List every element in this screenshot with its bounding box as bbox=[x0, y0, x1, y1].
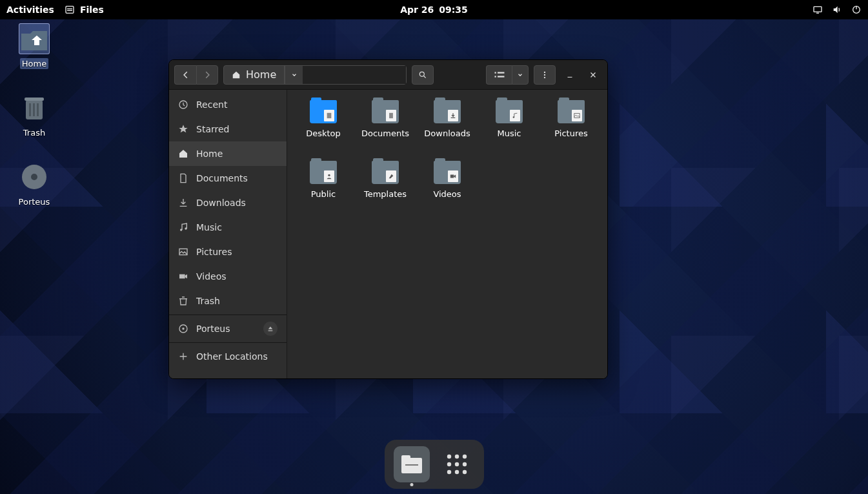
svg-rect-15 bbox=[494, 72, 496, 73]
svg-point-41 bbox=[462, 455, 466, 458]
folder-label: Videos bbox=[433, 189, 461, 199]
sidebar-item-recent[interactable]: Recent bbox=[169, 92, 287, 117]
sidebar-item-label: Recent bbox=[196, 99, 227, 110]
path-dropdown[interactable] bbox=[285, 66, 303, 84]
search-button[interactable] bbox=[412, 65, 434, 85]
svg-rect-31 bbox=[389, 113, 393, 118]
sidebar-item-music[interactable]: Music bbox=[169, 215, 287, 240]
svg-rect-2 bbox=[67, 10, 72, 11]
back-button[interactable] bbox=[174, 65, 196, 85]
svg-rect-18 bbox=[498, 76, 505, 77]
svg-rect-3 bbox=[814, 6, 822, 12]
folder-pictures[interactable]: Pictures bbox=[540, 99, 602, 158]
files-headerbar: Home bbox=[169, 60, 607, 90]
minimize-button[interactable] bbox=[561, 65, 579, 85]
folder-label: Music bbox=[498, 129, 521, 138]
menu-icon bbox=[540, 70, 549, 79]
music-icon bbox=[178, 222, 188, 232]
sidebar-item-other-locations[interactable]: Other Locations bbox=[169, 344, 287, 369]
search-icon bbox=[418, 70, 427, 79]
nav-buttons bbox=[174, 65, 218, 85]
location-entry[interactable] bbox=[303, 66, 406, 84]
sidebar-item-label: Downloads bbox=[196, 198, 246, 208]
sidebar-item-label: Porteus bbox=[196, 324, 230, 334]
sidebar-item-home[interactable]: Home bbox=[169, 141, 287, 166]
svg-rect-22 bbox=[568, 77, 572, 77]
home-icon bbox=[232, 70, 241, 79]
dash bbox=[385, 440, 484, 489]
svg-point-24 bbox=[180, 229, 182, 231]
desktop-icon-home[interactable]: Home bbox=[5, 23, 63, 69]
view-options-button[interactable] bbox=[512, 65, 529, 85]
hamburger-menu-button[interactable] bbox=[534, 65, 556, 85]
folder-label: Public bbox=[311, 189, 336, 199]
close-icon bbox=[589, 71, 597, 79]
path-bar[interactable]: Home bbox=[223, 65, 407, 85]
sidebar-item-pictures[interactable]: Pictures bbox=[169, 240, 287, 264]
files-window: Home Recent Starred Home Documents Downl… bbox=[168, 59, 608, 379]
files-sidebar: Recent Starred Home Documents Downloads … bbox=[169, 90, 287, 378]
forward-button[interactable] bbox=[196, 65, 218, 85]
download-icon bbox=[178, 198, 188, 208]
close-button[interactable] bbox=[584, 65, 602, 85]
folder-public[interactable]: Public bbox=[292, 160, 354, 219]
star-icon bbox=[178, 124, 188, 134]
dash-show-applications[interactable] bbox=[439, 446, 475, 482]
pictures-icon bbox=[178, 247, 188, 257]
svg-rect-1 bbox=[67, 8, 72, 9]
svg-point-32 bbox=[513, 116, 515, 118]
sidebar-item-videos[interactable]: Videos bbox=[169, 264, 287, 289]
svg-rect-17 bbox=[498, 72, 505, 73]
folder-documents[interactable]: Documents bbox=[354, 99, 416, 158]
path-segment-home[interactable]: Home bbox=[224, 66, 285, 84]
grid-icon bbox=[445, 453, 469, 476]
activities-button[interactable]: Activities bbox=[6, 5, 54, 15]
clock[interactable]: Apr 26 09:35 bbox=[400, 5, 468, 15]
desktop-icon-trash-label: Trash bbox=[21, 127, 47, 138]
folder-label: Templates bbox=[364, 189, 407, 199]
sidebar-item-label: Starred bbox=[196, 124, 229, 134]
folder-label: Pictures bbox=[554, 129, 587, 138]
desktop-icon-porteus[interactable]: Porteus bbox=[5, 161, 63, 207]
sidebar-item-label: Trash bbox=[196, 296, 220, 306]
video-icon bbox=[178, 271, 188, 282]
plus-icon bbox=[178, 351, 188, 362]
svg-point-34 bbox=[328, 174, 330, 176]
app-menu-files[interactable]: Files bbox=[65, 5, 104, 15]
files-icon bbox=[400, 454, 423, 475]
sidebar-item-downloads[interactable]: Downloads bbox=[169, 190, 287, 215]
sidebar-item-documents[interactable]: Documents bbox=[169, 166, 287, 190]
trash-icon bbox=[178, 296, 188, 306]
svg-rect-37 bbox=[401, 455, 410, 460]
eject-icon bbox=[267, 325, 274, 332]
sidebar-separator bbox=[169, 314, 287, 315]
svg-rect-0 bbox=[66, 6, 74, 14]
files-view[interactable]: Desktop Documents Downloads Music Pictur… bbox=[287, 90, 607, 378]
system-menu[interactable] bbox=[812, 5, 862, 15]
running-indicator bbox=[410, 483, 413, 486]
svg-rect-38 bbox=[405, 464, 418, 466]
desktop-icons: Home Trash Porteus bbox=[5, 23, 63, 231]
desktop-icon-trash[interactable]: Trash bbox=[5, 92, 63, 138]
folder-desktop[interactable]: Desktop bbox=[292, 99, 354, 158]
folder-label: Desktop bbox=[306, 129, 341, 138]
view-toggle-button[interactable] bbox=[486, 65, 512, 85]
svg-point-25 bbox=[185, 227, 187, 229]
sidebar-item-starred[interactable]: Starred bbox=[169, 117, 287, 141]
svg-point-44 bbox=[462, 462, 466, 466]
sidebar-item-porteus[interactable]: Porteus bbox=[169, 316, 287, 341]
folder-music[interactable]: Music bbox=[478, 99, 540, 158]
view-controls bbox=[486, 65, 529, 85]
folder-videos[interactable]: Videos bbox=[416, 160, 478, 219]
path-segment-label: Home bbox=[246, 68, 276, 81]
svg-rect-8 bbox=[25, 98, 44, 101]
dash-app-files[interactable] bbox=[394, 446, 430, 482]
files-app-icon bbox=[65, 5, 75, 15]
sidebar-item-trash[interactable]: Trash bbox=[169, 289, 287, 313]
svg-rect-6 bbox=[856, 6, 856, 9]
eject-button[interactable] bbox=[263, 322, 278, 336]
svg-point-13 bbox=[31, 174, 37, 180]
svg-point-43 bbox=[454, 462, 458, 466]
folder-downloads[interactable]: Downloads bbox=[416, 99, 478, 158]
folder-templates[interactable]: Templates bbox=[354, 160, 416, 219]
